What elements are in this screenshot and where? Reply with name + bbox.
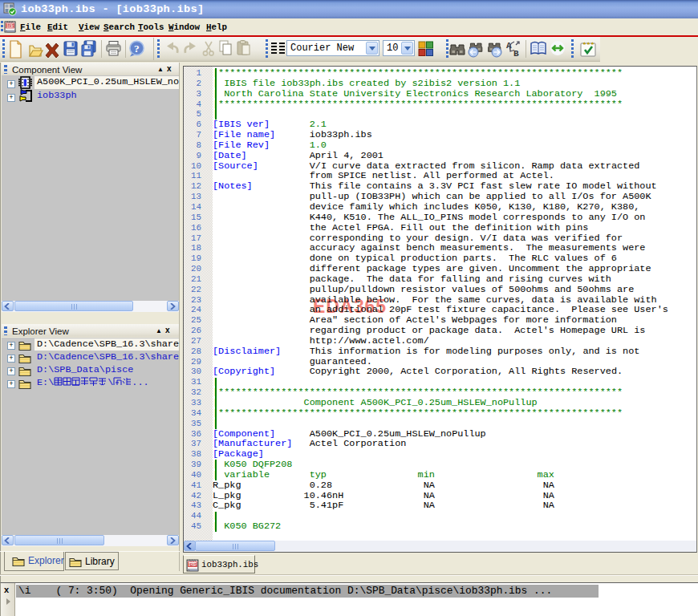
- svg-text:?: ?: [134, 43, 140, 55]
- svg-text:IBIS: IBIS: [6, 23, 14, 28]
- svg-text:A: A: [506, 41, 512, 51]
- svg-text:IBIS: IBIS: [189, 562, 197, 567]
